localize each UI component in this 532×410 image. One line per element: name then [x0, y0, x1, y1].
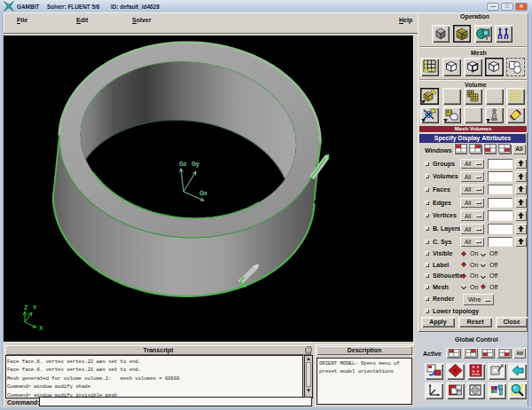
svg-text:Gy: Gy [192, 161, 200, 168]
svg-text:Gx: Gx [200, 190, 207, 196]
svg-text:Z: Z [24, 304, 27, 311]
svg-text:Gz: Gz [179, 161, 187, 167]
svg-text:Y: Y [33, 304, 37, 311]
svg-text:X: X [39, 325, 43, 331]
